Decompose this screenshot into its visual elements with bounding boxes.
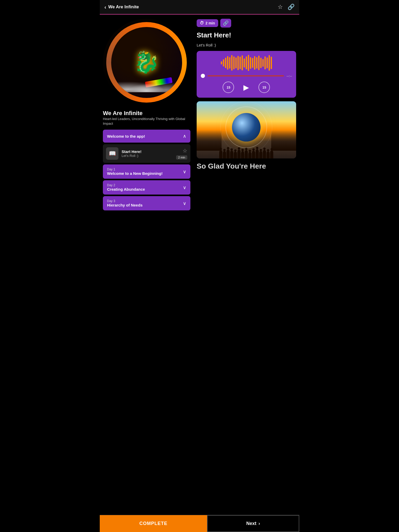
person-silhouette <box>259 151 262 158</box>
day1-header[interactable]: Day 1 Welcome to a New Beginning! ∨ <box>103 164 190 179</box>
content-description: Let's Roll :) <box>197 43 296 47</box>
person-silhouette <box>227 149 230 158</box>
day3-toggle-icon: ∨ <box>183 201 186 206</box>
partial-heading: So Glad You're Here <box>197 162 296 170</box>
left-panel: 🐉 We Are Infinite Heart-led Leaders, Unc… <box>100 15 194 215</box>
welcome-section-label: Welcome to the app! <box>107 134 145 138</box>
forward-button[interactable]: 15 <box>258 82 270 93</box>
wave-bar <box>221 61 222 64</box>
wave-bar <box>246 56 247 69</box>
dragon-image: 🐉 <box>103 19 190 106</box>
wave-bar <box>264 56 266 69</box>
clock-icon: ⏱ <box>200 21 204 25</box>
progress-row[interactable]: --:-- <box>201 74 292 78</box>
day3-day-label: Day 3 <box>107 199 143 203</box>
day3-header[interactable]: Day 3 Hierarchy of Needs ∨ <box>103 196 190 210</box>
progress-track[interactable] <box>208 75 284 76</box>
day1-label-block: Day 1 Welcome to a New Beginning! <box>107 168 163 176</box>
wave-bar <box>225 58 226 68</box>
day2-header[interactable]: Day 2 Creating Abundance ∨ <box>103 180 190 195</box>
person-silhouette <box>267 151 270 158</box>
day2-day-label: Day 2 <box>107 183 145 187</box>
wave-bar <box>231 55 232 71</box>
person-silhouette <box>230 151 233 158</box>
wave-bar <box>254 56 255 70</box>
wave-bar <box>258 56 260 70</box>
day2-title: Creating Abundance <box>107 187 145 191</box>
day3-title: Hierarchy of Needs <box>107 203 143 207</box>
wave-bar <box>227 56 228 70</box>
app-title-block: We Are Infinite Heart-led Leaders, Uncon… <box>103 110 190 126</box>
waveform <box>201 56 292 70</box>
day1-toggle-icon: ∨ <box>183 169 186 175</box>
person-silhouette <box>256 149 259 158</box>
player-controls: 15 ▶ 15 <box>201 82 292 93</box>
day2-label-block: Day 2 Creating Abundance <box>107 183 145 191</box>
day2-toggle-icon: ∨ <box>183 185 186 190</box>
wave-bar <box>271 57 272 69</box>
app-subtitle: Heart-led Leaders, Unconditionally Thriv… <box>103 117 190 126</box>
audio-player: --:-- 15 ▶ 15 <box>197 51 296 98</box>
wave-bar <box>229 57 230 69</box>
wave-bar <box>269 55 270 71</box>
link-badge[interactable]: 🔗 <box>220 19 231 28</box>
time-badge-label: 2 min <box>205 21 215 25</box>
person-silhouette <box>245 150 248 158</box>
person-silhouette <box>237 150 241 158</box>
wave-bar <box>242 55 243 70</box>
person-silhouette <box>252 151 255 158</box>
back-nav[interactable]: ‹ We Are Infinite <box>104 4 139 10</box>
globe-image <box>197 101 296 158</box>
person-silhouette <box>234 152 237 158</box>
link-icon[interactable]: 🔗 <box>288 4 295 10</box>
forward-label: 15 <box>262 85 266 89</box>
time-badge: ⏱ 2 min <box>197 19 218 27</box>
back-icon[interactable]: ‹ <box>104 4 106 10</box>
rewind-button[interactable]: 15 <box>223 82 234 93</box>
lesson-star-icon[interactable]: ☆ <box>183 148 187 154</box>
lesson-title: Start Here! <box>122 149 173 154</box>
app-header: ‹ We Are Infinite ☆ 🔗 <box>100 0 299 15</box>
cloud-decoration <box>115 78 179 92</box>
right-panel: ⏱ 2 min 🔗 Start Here! Let's Roll :) --:-… <box>194 15 299 215</box>
globe-sphere <box>232 113 261 142</box>
wave-bar <box>262 59 264 67</box>
wave-bar <box>237 56 239 70</box>
lesson-meta: ☆ 2 min <box>176 148 187 159</box>
person-silhouette <box>263 150 266 158</box>
person-silhouette <box>223 151 226 158</box>
welcome-toggle-icon: ∧ <box>183 133 186 139</box>
wave-bar <box>240 57 241 69</box>
lesson-subtitle: Let's Roll :) <box>122 154 173 158</box>
people-row <box>197 145 296 158</box>
day3-label-block: Day 3 Hierarchy of Needs <box>107 199 143 207</box>
lesson-info: Start Here! Let's Roll :) <box>122 149 173 158</box>
wave-bar <box>250 57 251 69</box>
app-title: We Are Infinite <box>103 110 190 117</box>
wave-bar <box>235 57 237 68</box>
lesson-item[interactable]: 📖 Start Here! Let's Roll :) ☆ 2 min <box>103 144 190 163</box>
lesson-duration: 2 min <box>176 155 187 159</box>
day1-day-label: Day 1 <box>107 168 163 171</box>
dragon-emoji: 🐉 <box>134 50 159 75</box>
rewind-label: 15 <box>227 85 230 89</box>
wave-bar <box>233 56 235 69</box>
lesson-icon: 📖 <box>106 147 118 160</box>
lesson-book-icon: 📖 <box>109 150 116 157</box>
header-title: We Are Infinite <box>108 4 139 10</box>
person-silhouette <box>270 150 273 158</box>
wave-bar <box>267 57 268 68</box>
star-icon[interactable]: ☆ <box>278 4 283 10</box>
meta-badges: ⏱ 2 min 🔗 <box>197 19 296 28</box>
play-button[interactable]: ▶ <box>242 83 250 92</box>
person-silhouette <box>241 151 244 158</box>
header-actions: ☆ 🔗 <box>278 4 295 10</box>
wave-bar <box>223 59 224 66</box>
welcome-section-header[interactable]: Welcome to the app! ∧ <box>103 130 190 143</box>
wave-bar <box>252 58 253 68</box>
wave-bar <box>244 58 245 68</box>
person-silhouette <box>219 150 222 158</box>
wave-bar <box>260 58 262 68</box>
progress-dot <box>201 74 205 78</box>
person-silhouette <box>248 152 251 158</box>
